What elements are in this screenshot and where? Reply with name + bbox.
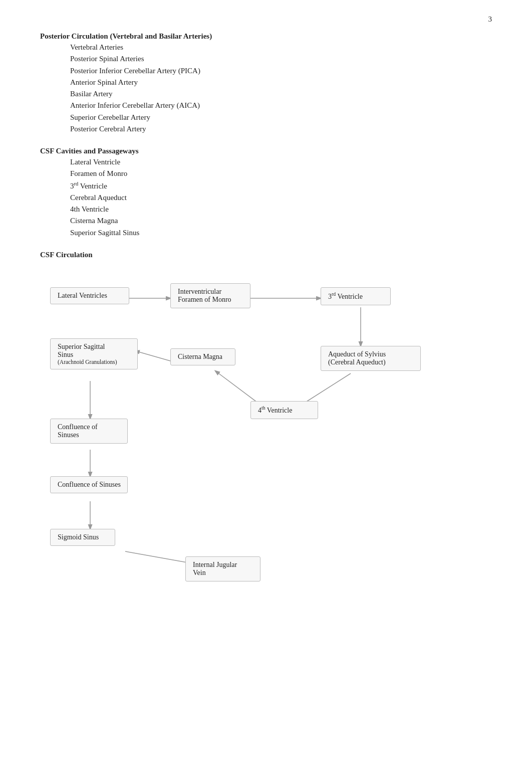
list-item: Posterior Spinal Arteries bbox=[70, 53, 492, 65]
list-item: 3rd Ventricle bbox=[70, 180, 492, 192]
csf-circulation-diagram: Lateral Ventricles InterventricularForam… bbox=[40, 273, 471, 624]
section-heading-csf-circulation: CSF Circulation bbox=[40, 251, 492, 259]
svg-line-9 bbox=[125, 551, 195, 564]
box-cisterna-magna: Cisterna Magna bbox=[170, 348, 235, 365]
list-item: Basilar Artery bbox=[70, 88, 492, 100]
box-third-ventricle: 3rd Ventricle bbox=[321, 287, 391, 306]
box-sigmoid-sinus: Sigmoid Sinus bbox=[50, 529, 115, 546]
list-item: Foramen of Monro bbox=[70, 168, 492, 179]
list-item: Anterior Spinal Artery bbox=[70, 77, 492, 88]
list-item: Lateral Ventricle bbox=[70, 156, 492, 168]
box-superior-sagittal: Superior SagittalSinus (Arachnoid Granul… bbox=[50, 338, 138, 369]
box-internal-jugular: Internal JugularVein bbox=[185, 556, 260, 581]
box-lateral-ventricles: Lateral Ventricles bbox=[50, 287, 129, 304]
list-item: Superior Sagittal Sinus bbox=[70, 227, 492, 239]
section-heading-posterior: Posterior Circulation (Vertebral and Bas… bbox=[40, 32, 492, 41]
csf-cavities-list: Lateral Ventricle Foramen of Monro 3rd V… bbox=[40, 156, 492, 239]
box-aqueduct-sylvius: Aqueduct of Sylvius(Cerebral Aqueduct) bbox=[321, 346, 421, 371]
list-item: Cisterna Magna bbox=[70, 215, 492, 227]
list-item: Posterior Cerebral Artery bbox=[70, 123, 492, 135]
section-heading-csf-cavities: CSF Cavities and Passageways bbox=[40, 147, 492, 155]
posterior-list: Vertebral Arteries Posterior Spinal Arte… bbox=[40, 42, 492, 135]
page-number: 3 bbox=[488, 15, 492, 24]
list-item: Vertebral Arteries bbox=[70, 42, 492, 53]
box-fourth-ventricle: 4th Ventricle bbox=[250, 401, 318, 420]
list-item: Posterior Inferior Cerebellar Artery (PI… bbox=[70, 65, 492, 77]
list-item: Anterior Inferior Cerebellar Artery (AIC… bbox=[70, 100, 492, 111]
svg-line-5 bbox=[135, 351, 170, 361]
list-item: 4th Ventricle bbox=[70, 204, 492, 215]
box-confluence-sinuses: Confluence ofSinuses bbox=[50, 419, 128, 444]
list-item: Superior Cerebellar Artery bbox=[70, 112, 492, 123]
box-interventricular-foramen: InterventricularForamen of Monro bbox=[170, 283, 250, 308]
list-item: Cerebral Aqueduct bbox=[70, 192, 492, 204]
box-transverse-sinus: Confluence of Sinuses bbox=[50, 476, 128, 493]
